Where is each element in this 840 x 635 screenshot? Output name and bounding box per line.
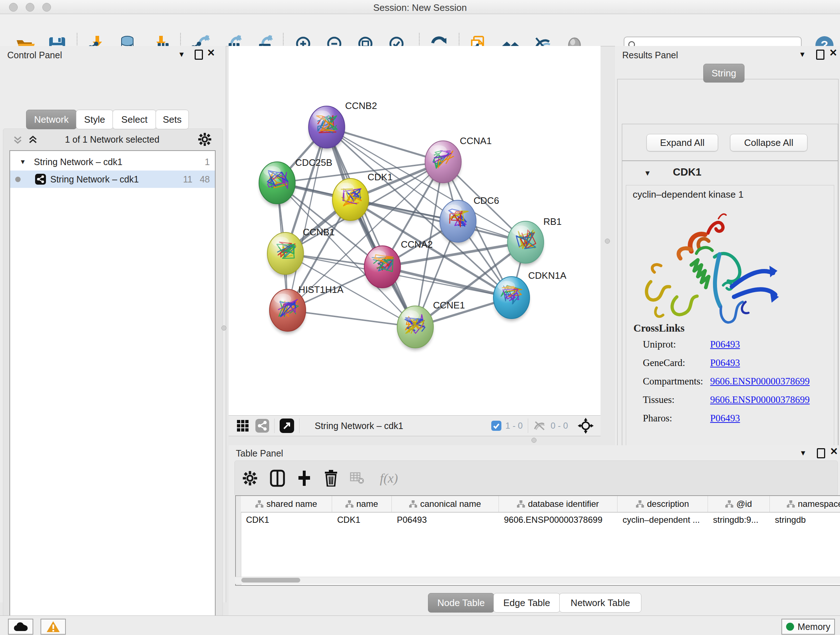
network-collection-row[interactable]: ▼ String Network – cdk1 1 <box>10 153 215 171</box>
horizontal-scrollbar-track[interactable] <box>235 577 840 584</box>
network-view-toolbar: String Network – cdk1 1 - 0 0 - 0 <box>229 415 600 436</box>
crosslink-label: GeneCard: <box>643 357 685 368</box>
column-header-canonical-name[interactable]: canonical name <box>392 496 499 512</box>
hidden-eye-icon[interactable] <box>533 420 547 432</box>
crosslink-link[interactable]: 9606.ENSP00000378699 <box>710 394 810 405</box>
table-panel-float-icon[interactable] <box>817 448 825 458</box>
control-panel-title: Control Panel <box>7 50 62 60</box>
hidden-counts: 0 - 0 <box>551 421 568 431</box>
cloud-status-button[interactable] <box>8 619 33 635</box>
table-panel-collapse-icon[interactable]: ▼ <box>799 449 807 457</box>
results-panel-float-icon[interactable] <box>816 50 824 60</box>
column-header-description[interactable]: description <box>617 496 708 512</box>
crosslink-link[interactable]: P06493 <box>710 357 740 369</box>
table-cell[interactable]: stringdb:9... <box>708 513 770 527</box>
control-panel-collapse-icon[interactable]: ▼ <box>178 50 185 59</box>
network-node-CDC25B[interactable]: CDC25B <box>259 157 332 206</box>
delete-column-icon[interactable] <box>322 469 340 488</box>
network-list: ▼ String Network – cdk1 1 String Network… <box>9 150 216 635</box>
gear-icon[interactable] <box>197 132 212 147</box>
tab-select[interactable]: Select <box>112 110 156 129</box>
open-in-window-icon[interactable] <box>279 418 294 433</box>
crosshair-icon[interactable] <box>577 417 594 434</box>
column-header-shared-name[interactable]: shared name <box>241 496 332 512</box>
add-column-icon[interactable] <box>295 469 314 488</box>
birds-eye-view-icon[interactable] <box>256 419 269 432</box>
horizontal-splitter-handle[interactable] <box>531 438 537 443</box>
crosslink-row: GeneCard: P06493 <box>643 357 685 369</box>
network-node-CCNB1[interactable]: CCNB1 <box>267 226 335 277</box>
table-cell[interactable]: stringdb <box>770 513 840 527</box>
expand-all-button[interactable]: Expand All <box>646 134 718 151</box>
column-header-namespace[interactable]: namespace <box>770 496 840 512</box>
edge-CCNA2-CDKN1A[interactable] <box>382 267 512 298</box>
warning-icon <box>46 621 60 633</box>
tab-style[interactable]: Style <box>76 110 113 129</box>
tab-string[interactable]: String <box>703 64 745 82</box>
control-panel-close-icon[interactable]: ✕ <box>207 49 215 57</box>
results-panel-title: Results Panel <box>622 50 678 60</box>
table-cell[interactable]: 9606.ENSP00000378699 <box>499 513 617 527</box>
column-header-name[interactable]: name <box>332 496 392 512</box>
table-cell[interactable]: P06493 <box>392 513 499 527</box>
table-panel: Table Panel ▼ ✕ f(x) shared namenamecano… <box>229 445 840 616</box>
node-label-CDC25B: CDC25B <box>295 157 332 168</box>
edge-CCNB2-CCNE1[interactable] <box>327 127 415 327</box>
node-table[interactable]: shared namenamecanonical namedatabase id… <box>235 495 840 586</box>
node-label-CCNA2: CCNA2 <box>401 239 433 250</box>
crosslink-link[interactable]: P06493 <box>710 413 740 424</box>
status-bar: Memory <box>0 616 840 635</box>
edge-CDK1-RB1[interactable] <box>351 200 526 242</box>
network-status-dot <box>15 177 21 182</box>
table-panel-close-icon[interactable]: ✕ <box>830 448 838 455</box>
control-panel: Control Panel ▼ ✕ 1 of 1 Network selecte… <box>0 46 226 602</box>
crosslink-link[interactable]: P06493 <box>710 339 740 350</box>
tab-node-table[interactable]: Node Table <box>428 593 494 613</box>
network-view-title: String Network – cdk1 <box>315 421 403 431</box>
expand-all-tree-icon[interactable] <box>11 134 24 146</box>
crosslinks-heading: CrossLinks <box>633 322 684 334</box>
node-label-CDKN1A: CDKN1A <box>528 270 567 281</box>
collection-count: 1 <box>205 157 210 167</box>
crosslink-link[interactable]: 9606.ENSP00000378699 <box>710 376 810 387</box>
network-node-HIST1H1A[interactable]: HIST1H1A <box>270 284 344 333</box>
selected-checkbox-icon[interactable] <box>491 420 502 431</box>
memory-button[interactable]: Memory <box>782 619 835 635</box>
tab-edge-table[interactable]: Edge Table <box>493 593 560 613</box>
column-header-database-identifier[interactable]: database identifier <box>499 496 617 512</box>
vertical-splitter-handle[interactable] <box>221 325 226 331</box>
table-cell[interactable]: CDK1 <box>332 513 392 527</box>
tab-network-table[interactable]: Network Table <box>559 593 641 613</box>
horizontal-scrollbar-thumb[interactable] <box>241 578 300 583</box>
vertical-splitter-handle[interactable] <box>605 239 610 244</box>
network-canvas[interactable]: CCNB2 CCNA1 CDC25B CDK1 CDC6 RB1 CCNB1 C… <box>229 46 600 415</box>
show-columns-icon[interactable] <box>268 469 287 488</box>
edge-CCNB2-HIST1H1A[interactable] <box>287 127 327 310</box>
network-label: String Network – cdk1 <box>50 174 139 185</box>
gene-collapse-icon[interactable]: ▼ <box>644 169 651 177</box>
table-cell[interactable]: CDK1 <box>241 513 332 527</box>
grid-view-icon[interactable] <box>237 420 249 432</box>
crosslink-label: Compartments: <box>643 376 703 386</box>
network-row-selected[interactable]: String Network – cdk1 11 48 <box>10 171 215 188</box>
network-node-CDC6[interactable]: CDC6 <box>440 195 499 244</box>
tab-network[interactable]: Network <box>26 110 77 129</box>
control-panel-float-icon[interactable] <box>195 50 203 60</box>
crosslink-label: Uniprot: <box>643 339 676 350</box>
network-node-CDKN1A[interactable]: CDKN1A <box>493 270 567 321</box>
warnings-button[interactable] <box>41 619 66 635</box>
tab-sets[interactable]: Sets <box>156 110 189 129</box>
edge-CCNE1-HIST1H1A[interactable] <box>287 310 415 327</box>
tree-expand-icon[interactable]: ▼ <box>19 158 26 166</box>
collapse-all-button[interactable]: Collapse All <box>730 134 807 151</box>
results-panel-close-icon[interactable]: ✕ <box>829 49 837 57</box>
column-header-@id[interactable]: @id <box>708 496 770 512</box>
main-toolbar: ? <box>0 14 840 46</box>
table-cell[interactable]: cyclin–dependent ... <box>617 513 708 527</box>
collapse-all-tree-icon[interactable] <box>27 134 39 146</box>
network-node-RB1[interactable]: RB1 <box>508 216 562 265</box>
table-row[interactable]: CDK1CDK1P064939606.ENSP00000378699cyclin… <box>241 513 840 527</box>
results-panel-collapse-icon[interactable]: ▼ <box>799 50 806 59</box>
gear-icon[interactable] <box>240 469 259 488</box>
node-label-RB1: RB1 <box>543 216 562 227</box>
